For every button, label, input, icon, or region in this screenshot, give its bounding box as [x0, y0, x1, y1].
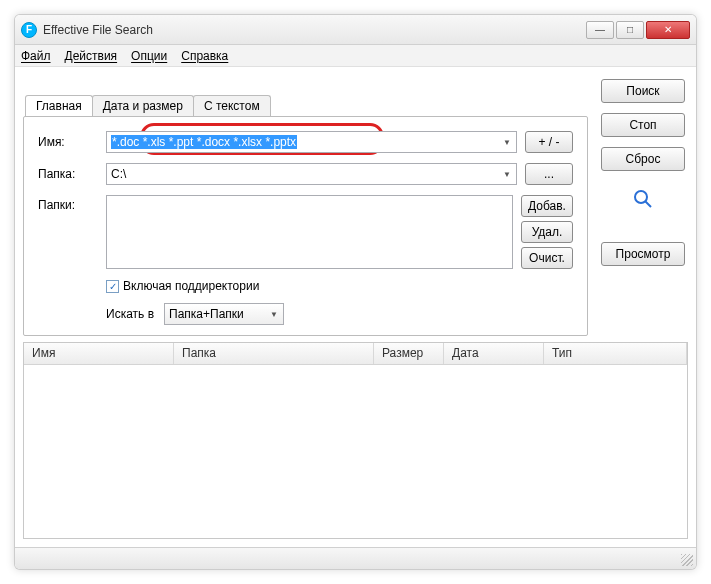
results-header: Имя Папка Размер Дата Тип	[24, 343, 687, 365]
chevron-down-icon[interactable]: ▼	[267, 306, 281, 322]
col-size[interactable]: Размер	[374, 343, 444, 364]
tab-with-text[interactable]: С текстом	[193, 95, 271, 116]
include-subdirs-checkbox[interactable]: ✓	[106, 280, 119, 293]
minimize-button[interactable]: —	[586, 21, 614, 39]
add-button[interactable]: Добав.	[521, 195, 573, 217]
statusbar	[15, 547, 696, 569]
folder-input[interactable]: C:\ ▼	[106, 163, 517, 185]
chevron-down-icon[interactable]: ▼	[500, 166, 514, 182]
delete-button[interactable]: Удал.	[521, 221, 573, 243]
search-in-dropdown[interactable]: Папка+Папки ▼	[164, 303, 284, 325]
chevron-down-icon[interactable]: ▼	[500, 134, 514, 150]
clear-button[interactable]: Очист.	[521, 247, 573, 269]
browse-button[interactable]: ...	[525, 163, 573, 185]
window-title: Effective File Search	[43, 23, 586, 37]
results-body	[24, 365, 687, 538]
reset-button[interactable]: Сброс	[601, 147, 685, 171]
menu-options[interactable]: Опции	[131, 49, 167, 63]
folders-listbox[interactable]	[106, 195, 513, 269]
menu-actions[interactable]: Действия	[65, 49, 118, 63]
menu-file[interactable]: Файл	[21, 49, 51, 63]
name-label: Имя:	[38, 135, 106, 149]
results-list[interactable]: Имя Папка Размер Дата Тип	[23, 342, 688, 539]
name-input[interactable]: *.doc *.xls *.ppt *.docx *.xlsx *.pptx ▼	[106, 131, 517, 153]
include-subdirs-label: Включая поддиректории	[123, 279, 259, 293]
name-input-value: *.doc *.xls *.ppt *.docx *.xlsx *.pptx	[111, 135, 297, 149]
tab-panel-main: Имя: *.doc *.xls *.ppt *.docx *.xlsx *.p…	[23, 116, 588, 336]
folders-label: Папки:	[38, 195, 106, 212]
maximize-button[interactable]: □	[616, 21, 644, 39]
folder-input-value: C:\	[111, 167, 126, 181]
menubar: Файл Действия Опции Справка	[15, 45, 696, 67]
search-in-value: Папка+Папки	[169, 307, 244, 321]
magnifier-icon	[631, 187, 655, 214]
app-window: F Effective File Search — □ ✕ Файл Дейст…	[14, 14, 697, 570]
tab-date-size[interactable]: Дата и размер	[92, 95, 194, 116]
stop-button[interactable]: Стоп	[601, 113, 685, 137]
col-name[interactable]: Имя	[24, 343, 174, 364]
side-buttons: Поиск Стоп Сброс Просмотр	[598, 75, 688, 336]
tab-main[interactable]: Главная	[25, 95, 93, 116]
content-area: Главная Дата и размер С текстом Имя: *.d…	[15, 67, 696, 547]
app-icon: F	[21, 22, 37, 38]
titlebar: F Effective File Search — □ ✕	[15, 15, 696, 45]
svg-line-1	[645, 201, 651, 207]
menu-help[interactable]: Справка	[181, 49, 228, 63]
folder-label: Папка:	[38, 167, 106, 181]
plus-minus-button[interactable]: + / -	[525, 131, 573, 153]
col-folder[interactable]: Папка	[174, 343, 374, 364]
search-button[interactable]: Поиск	[601, 79, 685, 103]
col-date[interactable]: Дата	[444, 343, 544, 364]
col-type[interactable]: Тип	[544, 343, 687, 364]
view-button[interactable]: Просмотр	[601, 242, 685, 266]
search-in-label: Искать в	[106, 307, 154, 321]
close-button[interactable]: ✕	[646, 21, 690, 39]
